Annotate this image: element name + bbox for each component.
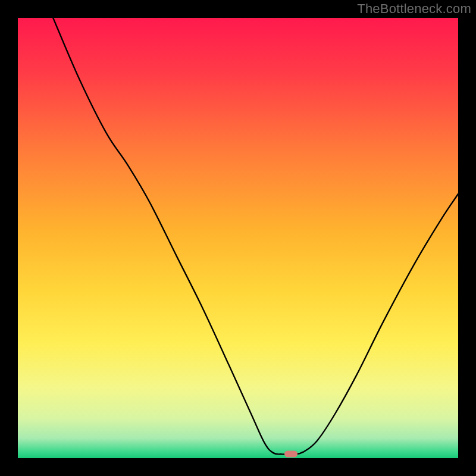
chart-frame: TheBottleneck.com — [0, 0, 476, 476]
plot-area — [18, 18, 458, 458]
watermark-text: TheBottleneck.com — [357, 1, 471, 17]
curve-path — [53, 18, 458, 455]
optimal-point-marker — [284, 451, 298, 458]
bottleneck-curve — [18, 18, 458, 458]
